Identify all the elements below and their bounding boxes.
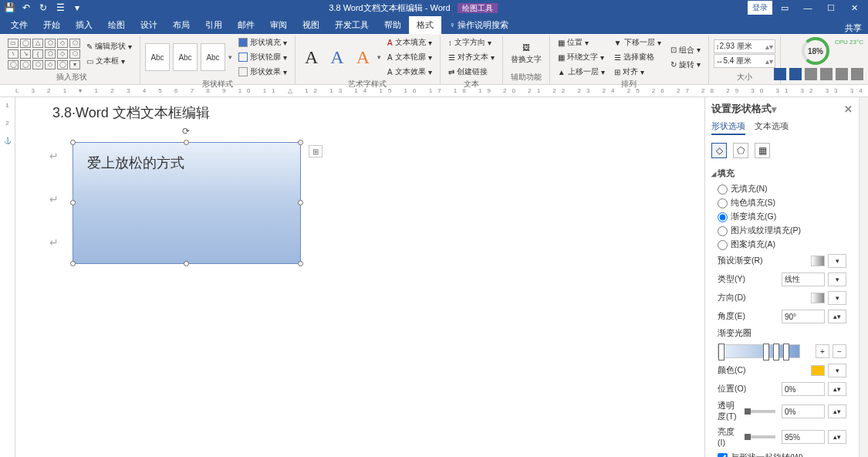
document-canvas[interactable]: 3.8·Word 文档文本框编辑 ↵ ↵ ↵ ⟳ 爱上放松的方式 ⊞ (15, 97, 704, 457)
overlay-btn-5[interactable] (836, 68, 848, 80)
radio-gradient-fill[interactable]: 渐变填充(G) (710, 210, 854, 224)
login-button[interactable]: 登录 (748, 1, 772, 15)
overlay-btn-3[interactable] (805, 68, 817, 80)
ribbon-display-icon[interactable]: ▭ (774, 1, 795, 15)
radio-picture-fill[interactable]: 图片或纹理填充(P) (710, 224, 854, 238)
layout-options-icon[interactable]: ⊞ (309, 145, 323, 157)
position-button[interactable]: ▦ 位置 ▾ (555, 36, 608, 49)
brightness-slider[interactable] (745, 435, 775, 438)
tab-references[interactable]: 引用 (198, 16, 230, 34)
tab-review[interactable]: 审阅 (262, 16, 295, 34)
edit-shape-button[interactable]: ✎ 编辑形状 ▾ (83, 39, 135, 53)
add-gradient-stop-icon[interactable]: + (816, 344, 829, 358)
pane-scrollbar[interactable] (859, 97, 868, 457)
text-box-button[interactable]: ▭ 文本框 ▾ (83, 54, 135, 68)
tab-view[interactable]: 视图 (295, 16, 327, 34)
fill-line-icon[interactable]: ◇ (711, 143, 727, 158)
tab-mailings[interactable]: 邮件 (230, 16, 262, 34)
selection-pane-button[interactable]: ☰ 选择窗格 (611, 50, 664, 64)
tab-layout[interactable]: 布局 (165, 16, 198, 34)
brightness-input[interactable]: 95% (782, 430, 825, 444)
tab-developer[interactable]: 开发工具 (327, 16, 377, 34)
color-picker[interactable] (811, 365, 825, 376)
shape-effects-button[interactable]: 形状效果 ▾ (235, 65, 290, 79)
undo-icon[interactable]: ↶ (20, 2, 32, 14)
radio-pattern-fill[interactable]: 图案填充(A) (710, 238, 854, 252)
tell-me-search[interactable]: ♀ 操作说明搜索 (441, 16, 516, 34)
text-effects-button[interactable]: A文本效果 ▾ (384, 65, 435, 79)
gradient-stops-bar[interactable] (718, 344, 800, 358)
shape-fill-button[interactable]: 形状填充 ▾ (235, 36, 290, 49)
tab-insert[interactable]: 插入 (68, 16, 100, 34)
radio-solid-fill[interactable]: 纯色填充(S) (710, 196, 854, 210)
pane-tab-text-options[interactable]: 文本选项 (755, 120, 789, 135)
resize-handle[interactable] (70, 140, 76, 145)
touch-mode-icon[interactable]: ☰ (54, 2, 66, 14)
wordart-preset-3[interactable]: A (352, 47, 374, 68)
section-fill[interactable]: 填充 (710, 164, 854, 182)
transparency-slider[interactable] (745, 410, 775, 413)
height-input[interactable]: ↕ 2.93 厘米▴▾ (714, 39, 775, 53)
angle-input[interactable]: 90° (782, 310, 825, 323)
resize-handle[interactable] (184, 261, 189, 266)
wordart-more-icon[interactable]: ▾ (377, 53, 381, 61)
pane-tab-shape-options[interactable]: 形状选项 (711, 120, 745, 135)
rotate-button[interactable]: ↻ 旋转 ▾ (667, 58, 704, 72)
wrap-text-button[interactable]: ▦ 环绕文字 ▾ (555, 50, 608, 64)
position-input[interactable]: 0% (782, 382, 825, 396)
text-outline-button[interactable]: A文本轮廓 ▾ (384, 50, 435, 64)
transparency-input[interactable]: 0% (782, 405, 825, 418)
align-text-button[interactable]: ☰ 对齐文本 ▾ (445, 50, 498, 64)
alt-text-button[interactable]: 🖼替换文字 (508, 42, 545, 66)
wordart-preset-1[interactable]: A (300, 47, 323, 68)
shape-outline-button[interactable]: 形状轮廓 ▾ (235, 50, 290, 64)
overlay-btn-2[interactable] (789, 68, 802, 80)
text-direction-button[interactable]: ↕ 文字方向 ▾ (445, 36, 498, 49)
resize-handle[interactable] (298, 200, 303, 205)
radio-no-fill[interactable]: 无填充(N) (710, 182, 854, 196)
share-button[interactable]: 共享 (845, 22, 862, 34)
minimize-icon[interactable]: — (797, 1, 819, 15)
tab-help[interactable]: 帮助 (377, 16, 409, 34)
overlay-btn-4[interactable] (820, 68, 833, 80)
shape-styles-more-icon[interactable]: ▾ (228, 53, 232, 61)
checkbox-rotate-with-shape[interactable]: 与形状一起旋转(W) (710, 449, 854, 457)
tab-file[interactable]: 文件 (3, 16, 35, 34)
overlay-btn-1[interactable] (774, 68, 786, 80)
tab-format[interactable]: 格式 (409, 16, 441, 34)
save-icon[interactable]: 💾 (3, 2, 15, 14)
resize-handle[interactable] (184, 140, 189, 145)
maximize-icon[interactable]: ☐ (820, 1, 842, 15)
qat-dropdown-icon[interactable]: ▾ (71, 2, 83, 14)
resize-handle[interactable] (70, 200, 76, 205)
textbox-content[interactable]: 爱上放松的方式 (73, 143, 300, 183)
remove-gradient-stop-icon[interactable]: − (833, 344, 846, 358)
shape-style-preset-3[interactable]: Abc (201, 43, 225, 71)
tab-home[interactable]: 开始 (35, 16, 68, 34)
group-button[interactable]: ⊡ 组合 ▾ (667, 43, 704, 57)
resize-handle[interactable] (298, 261, 303, 266)
overlay-btn-6[interactable] (851, 68, 863, 80)
type-dropdown[interactable]: 线性 (782, 273, 825, 286)
shape-style-preset-2[interactable]: Abc (173, 43, 198, 71)
preset-gradient-dropdown[interactable] (811, 256, 825, 266)
align-button[interactable]: ⊞ 对齐 ▾ (611, 65, 664, 79)
create-link-button[interactable]: ⇄ 创建链接 (445, 65, 498, 79)
pane-close-icon[interactable]: ✕ (844, 103, 853, 115)
effects-icon[interactable]: ⬠ (733, 143, 748, 158)
shapes-gallery[interactable]: ▭◯△⬠◇⬡ \↘{⬠◇⬡ ◯◯⬡◇◯▾ (8, 39, 80, 69)
resize-handle[interactable] (70, 261, 76, 266)
text-fill-button[interactable]: A文本填充 ▾ (384, 36, 435, 49)
pane-menu-icon[interactable]: ▾ (772, 103, 777, 115)
layout-properties-icon[interactable]: ▦ (755, 143, 770, 158)
width-input[interactable]: ↔ 5.4 厘米▴▾ (714, 54, 775, 68)
bring-forward-button[interactable]: ▲ 上移一层 ▾ (555, 65, 608, 79)
close-icon[interactable]: ✕ (843, 1, 865, 15)
tab-draw[interactable]: 绘图 (100, 16, 133, 34)
resize-handle[interactable] (298, 140, 303, 145)
direction-dropdown[interactable] (811, 293, 825, 303)
tab-design[interactable]: 设计 (133, 16, 165, 34)
shape-style-preset-1[interactable]: Abc (145, 43, 170, 71)
selected-text-box[interactable]: ⟳ 爱上放松的方式 (73, 142, 301, 264)
rotation-handle-icon[interactable]: ⟳ (182, 126, 190, 137)
